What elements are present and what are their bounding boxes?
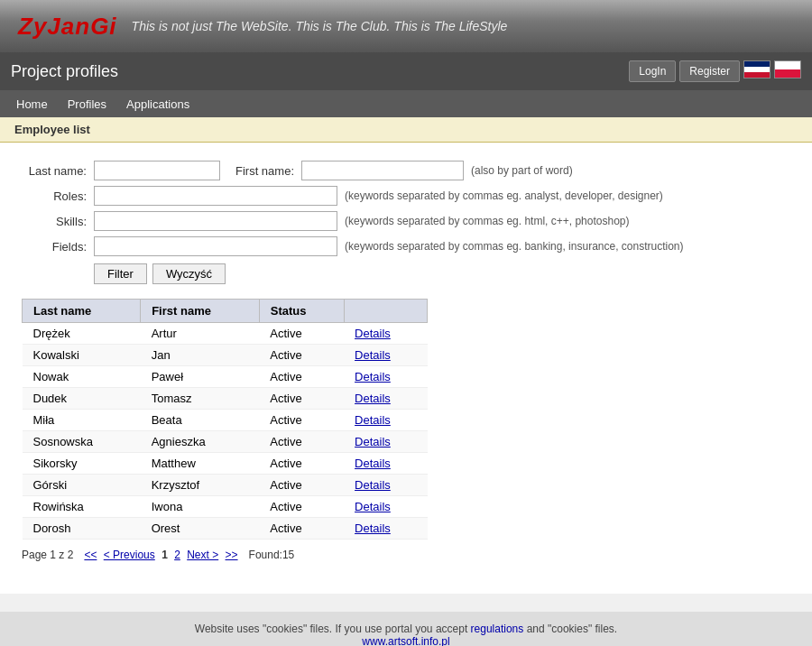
cell-first-name: Iwona: [141, 496, 260, 518]
table-row: Kowalski Jan Active Details: [23, 345, 428, 366]
filter-button[interactable]: Filter: [94, 263, 147, 284]
nav-home[interactable]: Home: [7, 94, 57, 115]
skills-row: Skills: (keywords separated by commas eg…: [22, 211, 790, 231]
pagination: Page 1 z 2 << < Previous 1 2 Next > >> F…: [22, 549, 790, 561]
next-page-link[interactable]: Next >: [187, 549, 218, 561]
website-link[interactable]: www.artsoft.info.pl: [362, 635, 449, 646]
fields-label: Fields:: [22, 240, 94, 254]
section-title: Employee list: [14, 123, 90, 136]
cell-details: Details: [344, 475, 427, 496]
col-first-name: First name: [141, 300, 260, 323]
cell-details: Details: [344, 496, 427, 518]
footer: Website uses "cookies" files. If you use…: [0, 612, 812, 646]
first-name-input[interactable]: [301, 161, 464, 180]
details-link[interactable]: Details: [355, 521, 391, 535]
cell-status: Active: [259, 475, 344, 496]
skills-hint: (keywords separated by commas eg. html, …: [345, 215, 630, 227]
cell-last-name: Dudek: [23, 388, 141, 410]
details-link[interactable]: Details: [355, 500, 391, 513]
roles-hint: (keywords separated by commas eg. analys…: [345, 189, 663, 202]
cell-details: Details: [344, 453, 427, 475]
details-link[interactable]: Details: [355, 435, 391, 448]
page-title: Project profiles: [11, 62, 118, 81]
table-row: Nowak Paweł Active Details: [23, 366, 428, 388]
cell-last-name: Kowalski: [23, 345, 141, 366]
col-status: Status: [259, 300, 344, 323]
details-link[interactable]: Details: [355, 348, 391, 362]
banner: ZyJanGi This is not just The WebSite. Th…: [0, 0, 812, 52]
page-1-link[interactable]: 1: [161, 549, 168, 561]
footer-text2: and "cookies" files.: [523, 623, 617, 635]
cell-first-name: Tomasz: [141, 388, 260, 410]
regulations-link[interactable]: regulations: [471, 623, 524, 635]
cell-last-name: Dorosh: [23, 518, 141, 540]
details-link[interactable]: Details: [355, 392, 391, 405]
topbar: Project profiles LogIn Register: [0, 52, 812, 90]
table-row: Rowińska Iwona Active Details: [23, 496, 428, 518]
found-text: Found:15: [249, 549, 295, 561]
cell-last-name: Nowak: [23, 366, 141, 388]
cell-details: Details: [344, 410, 427, 431]
details-link[interactable]: Details: [355, 457, 391, 470]
cell-last-name: Drężek: [23, 323, 141, 345]
nav-profiles[interactable]: Profiles: [59, 94, 115, 115]
details-link[interactable]: Details: [355, 370, 391, 383]
first-name-label: First name:: [220, 164, 301, 178]
fields-input[interactable]: [94, 236, 337, 256]
col-actions: [344, 300, 427, 323]
cell-first-name: Artur: [141, 323, 260, 345]
details-link[interactable]: Details: [355, 413, 391, 427]
cell-first-name: Matthew: [141, 453, 260, 475]
last-name-input[interactable]: [94, 161, 220, 180]
nav-applications[interactable]: Applications: [117, 94, 198, 115]
cell-first-name: Orest: [141, 518, 260, 540]
roles-input[interactable]: [94, 186, 337, 206]
filter-form: Last name: First name: (also by part of …: [22, 161, 790, 284]
cell-status: Active: [259, 345, 344, 366]
footer-text1: Website uses "cookies" files. If you use…: [195, 623, 471, 635]
fields-row: Fields: (keywords separated by commas eg…: [22, 236, 790, 256]
skills-input[interactable]: [94, 211, 337, 231]
page-2-link[interactable]: 2: [174, 549, 180, 561]
prev-page-link[interactable]: < Previous: [104, 549, 155, 561]
flag-pl-button[interactable]: [774, 60, 801, 78]
first-page-link[interactable]: <<: [84, 549, 97, 561]
cell-first-name: Jan: [141, 345, 260, 366]
details-link[interactable]: Details: [355, 478, 391, 492]
roles-label: Roles:: [22, 189, 94, 203]
roles-row: Roles: (keywords separated by commas eg.…: [22, 186, 790, 206]
cell-status: Active: [259, 388, 344, 410]
employee-table: Last name First name Status Drężek Artur…: [22, 299, 428, 540]
login-button[interactable]: LogIn: [629, 60, 676, 82]
cell-details: Details: [344, 323, 427, 345]
flag-en-icon: [744, 61, 770, 78]
cell-first-name: Paweł: [141, 366, 260, 388]
cell-last-name: Rowińska: [23, 496, 141, 518]
clear-button[interactable]: Wyczyść: [152, 263, 226, 284]
fields-hint: (keywords separated by commas eg. bankin…: [345, 240, 684, 253]
banner-subtitle: This is not just The WebSite. This is Th…: [132, 19, 508, 33]
cell-last-name: Sikorsky: [23, 453, 141, 475]
flag-pl-icon: [775, 61, 800, 78]
cell-status: Active: [259, 323, 344, 345]
cell-last-name: Miła: [23, 410, 141, 431]
last-page-link[interactable]: >>: [226, 549, 238, 561]
details-link[interactable]: Details: [355, 327, 391, 340]
table-row: Sikorsky Matthew Active Details: [23, 453, 428, 475]
nav: Home Profiles Applications: [0, 90, 812, 117]
table-row: Górski Krzysztof Active Details: [23, 475, 428, 496]
cell-details: Details: [344, 431, 427, 453]
cell-last-name: Górski: [23, 475, 141, 496]
footer-text: Website uses "cookies" files. If you use…: [11, 623, 801, 635]
table-header-row: Last name First name Status: [23, 300, 428, 323]
skills-label: Skills:: [22, 215, 94, 228]
main-content: Last name: First name: (also by part of …: [0, 143, 812, 594]
cell-status: Active: [259, 496, 344, 518]
also-hint: (also by part of word): [471, 164, 573, 177]
table-row: Miła Beata Active Details: [23, 410, 428, 431]
flag-en-button[interactable]: [743, 60, 770, 78]
cell-first-name: Beata: [141, 410, 260, 431]
register-button[interactable]: Register: [679, 60, 740, 82]
cell-details: Details: [344, 345, 427, 366]
cell-status: Active: [259, 453, 344, 475]
